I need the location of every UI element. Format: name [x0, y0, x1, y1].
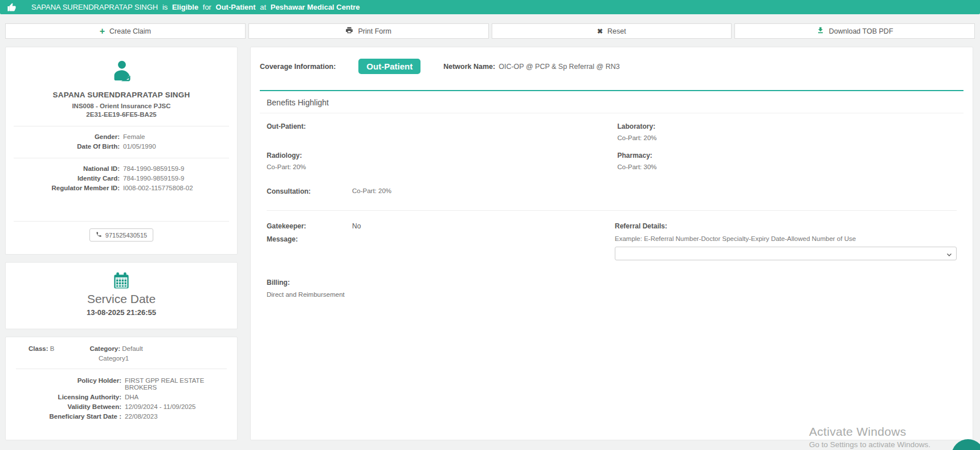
- divider: [267, 210, 957, 211]
- service-date-card: Service Date 13-08-2025 21:26:55: [5, 262, 238, 329]
- patient-insurer: INS008 - Orient Insurance PJSC: [6, 103, 237, 109]
- service-date-value: 13-08-2025 21:26:55: [6, 308, 237, 317]
- banner-coverage: Out-Patient: [216, 3, 256, 11]
- message-label: Message:: [267, 235, 603, 243]
- patient-ids: National ID: 784-1990-9859159-9 Identity…: [6, 165, 237, 191]
- banner-patient-name: SAPANA SURENDRAPRATAP SINGH: [31, 3, 158, 11]
- thumbs-up-icon: [7, 2, 17, 12]
- activate-windows-watermark: Activate Windows Go to Settings to activ…: [809, 425, 930, 449]
- network-name-label: Network Name:: [443, 63, 495, 71]
- category-secondary: Category1: [99, 355, 227, 362]
- gatekeeper-message-block: Gatekeeper: No Message:: [267, 222, 603, 260]
- validity-between-row: Validity Between: 12/09/2024 - 11/09/202…: [16, 403, 227, 410]
- coverage-badge: Out-Patient: [358, 59, 420, 74]
- benefit-pharmacy: Pharmacy: Co-Part: 30%: [618, 152, 957, 171]
- plus-icon: +: [100, 27, 105, 36]
- coverage-info-row: Coverage Information: Out-Patient Networ…: [260, 59, 963, 74]
- policy-holder-row: Policy Holder: FIRST GPP REAL ESTATE BRO…: [16, 377, 227, 391]
- regulator-member-id-row: Regulator Member ID: I008-002-115775808-…: [6, 185, 237, 191]
- benefit-laboratory: Laboratory: Co-Part: 20%: [618, 122, 957, 142]
- create-claim-button[interactable]: + Create Claim: [5, 23, 246, 39]
- beneficiary-start-date-row: Beneficiary Start Date : 22/08/2023: [16, 413, 227, 420]
- benefit-billing: Billing: Direct and Reimbursement: [267, 279, 957, 298]
- referral-details-select[interactable]: [615, 247, 957, 260]
- network-name-value: OIC-OP @ PCP & Sp Referral @ RN3: [499, 63, 619, 71]
- calendar-icon: [112, 272, 130, 290]
- identity-card-row: Identity Card: 784-1990-9859159-9: [6, 175, 237, 182]
- benefits-highlight-title: Benefits Highlight: [260, 91, 963, 113]
- patient-card: SAPANA SURENDRAPRATAP SINGH INS008 - Ori…: [5, 47, 238, 255]
- phone-icon: [96, 231, 102, 239]
- eligibility-banner: SAPANA SURENDRAPRATAP SINGH is Eligible …: [0, 0, 980, 14]
- reset-button[interactable]: ✖ Reset: [492, 23, 732, 39]
- divider: [14, 158, 229, 158]
- policy-card: Class: B Category: Default Category1 Pol…: [5, 337, 238, 440]
- printer-icon: [345, 26, 353, 36]
- phone-number: 971525430515: [105, 232, 147, 239]
- benefits-highlight-section: Benefits Highlight Out-Patient: Laborato…: [260, 90, 963, 298]
- class-category-row: Class: B Category: Default: [16, 345, 227, 352]
- main-panel: Coverage Information: Out-Patient Networ…: [250, 47, 973, 440]
- referral-details-block: Referral Details: Example: E-Referral Nu…: [615, 222, 957, 260]
- divider: [16, 369, 227, 369]
- coverage-label: Coverage Information:: [260, 63, 336, 71]
- banner-text: SAPANA SURENDRAPRATAP SINGH is Eligible …: [31, 3, 362, 11]
- benefit-out-patient: Out-Patient:: [267, 122, 606, 142]
- referral-details-label: Referral Details:: [615, 222, 957, 230]
- patient-demographics: Gender: Female Date Of Birth: 01/05/1990: [6, 133, 237, 150]
- patient-card-code: 2E31-EE19-6FE5-BA25: [6, 111, 237, 118]
- benefit-gatekeeper: Gatekeeper: No: [267, 222, 603, 230]
- licensing-authority-row: Licensing Authority: DHA: [16, 394, 227, 400]
- user-avatar-icon: [108, 59, 134, 85]
- benefit-radiology: Radiology: Co-Part: 20%: [267, 152, 606, 171]
- class-value: B: [50, 345, 55, 352]
- banner-provider: Peshawar Medical Centre: [271, 3, 360, 11]
- benefit-consultation: Consultation: Co-Part: 20%: [267, 187, 957, 195]
- policy-details: Policy Holder: FIRST GPP REAL ESTATE BRO…: [16, 377, 227, 420]
- gender-row: Gender: Female: [6, 133, 237, 140]
- banner-status: Eligible: [172, 3, 198, 11]
- divider: [14, 221, 229, 222]
- referral-example-text: Example: E-Referral Number-Doctor Specia…: [615, 235, 957, 242]
- dob-row: Date Of Birth: 01/05/1990: [6, 143, 237, 150]
- patient-name: SAPANA SURENDRAPRATAP SINGH: [6, 91, 237, 99]
- download-icon: [816, 26, 824, 36]
- content: SAPANA SURENDRAPRATAP SINGH INS008 - Ori…: [5, 47, 973, 440]
- service-date-title: Service Date: [6, 292, 237, 306]
- sidebar: SAPANA SURENDRAPRATAP SINGH INS008 - Ori…: [5, 47, 238, 440]
- phone-button[interactable]: 971525430515: [89, 228, 153, 242]
- divider: [14, 126, 229, 126]
- national-id-row: National ID: 784-1990-9859159-9: [6, 165, 237, 172]
- benefits-body: Out-Patient: Laboratory: Co-Part: 20% Ra…: [260, 113, 963, 298]
- toolbar: + Create Claim Print Form ✖ Reset Downlo…: [5, 23, 975, 39]
- close-icon: ✖: [597, 27, 603, 35]
- print-form-button[interactable]: Print Form: [248, 23, 489, 39]
- category-value: Default: [122, 345, 142, 352]
- eligibility-page: SAPANA SURENDRAPRATAP SINGH is Eligible …: [0, 0, 980, 450]
- chat-widget-button[interactable]: [952, 439, 980, 450]
- download-tob-pdf-button[interactable]: Download TOB PDF: [734, 23, 975, 39]
